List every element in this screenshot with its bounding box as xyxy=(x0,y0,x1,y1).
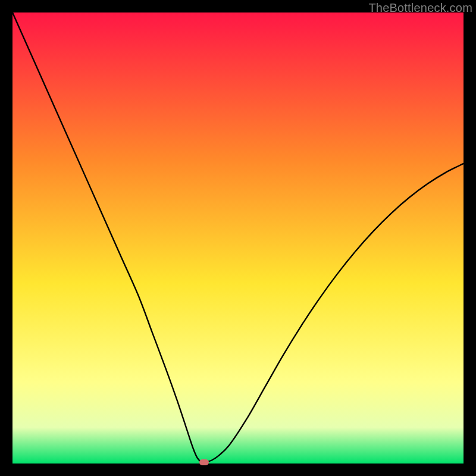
watermark-text: TheBottleneck.com xyxy=(368,1,472,15)
optimal-marker xyxy=(199,459,209,465)
plot-frame xyxy=(12,12,464,464)
bottleneck-chart xyxy=(12,12,464,464)
gradient-background xyxy=(12,12,464,464)
